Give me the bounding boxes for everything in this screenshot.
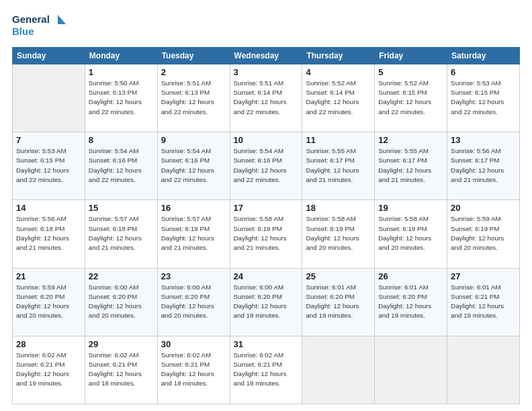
calendar-cell: 25Sunrise: 6:01 AMSunset: 6:20 PMDayligh… xyxy=(302,268,375,336)
day-number: 17 xyxy=(234,203,299,213)
day-info: Sunrise: 5:55 AMSunset: 6:17 PMDaylight:… xyxy=(306,146,371,185)
day-number: 26 xyxy=(378,271,443,281)
day-number: 31 xyxy=(234,339,299,349)
day-number: 28 xyxy=(16,339,81,349)
calendar-cell: 23Sunrise: 6:00 AMSunset: 6:20 PMDayligh… xyxy=(157,268,230,336)
day-number: 2 xyxy=(161,67,226,77)
day-number: 23 xyxy=(161,271,226,281)
day-number: 9 xyxy=(161,135,226,145)
calendar-cell: 27Sunrise: 6:01 AMSunset: 6:21 PMDayligh… xyxy=(447,268,520,336)
day-info: Sunrise: 5:59 AMSunset: 6:19 PMDaylight:… xyxy=(451,214,516,253)
calendar-cell xyxy=(13,64,85,132)
calendar-cell: 29Sunrise: 6:02 AMSunset: 6:21 PMDayligh… xyxy=(85,336,157,404)
day-info: Sunrise: 5:54 AMSunset: 6:16 PMDaylight:… xyxy=(89,146,154,185)
weekday-header-wednesday: Wednesday xyxy=(230,48,302,64)
day-number: 13 xyxy=(451,135,516,145)
calendar-cell: 5Sunrise: 5:52 AMSunset: 6:15 PMDaylight… xyxy=(375,64,447,132)
weekday-header-friday: Friday xyxy=(375,48,447,64)
page: General Blue SundayMondayTuesdayWednesda… xyxy=(0,0,532,411)
day-info: Sunrise: 5:57 AMSunset: 6:18 PMDaylight:… xyxy=(89,214,154,253)
day-info: Sunrise: 5:51 AMSunset: 6:14 PMDaylight:… xyxy=(234,79,299,117)
weekday-header-thursday: Thursday xyxy=(302,48,375,64)
weekday-header-saturday: Saturday xyxy=(447,48,520,64)
calendar-cell: 11Sunrise: 5:55 AMSunset: 6:17 PMDayligh… xyxy=(302,132,375,200)
day-info: Sunrise: 6:02 AMSunset: 6:21 PMDaylight:… xyxy=(16,351,81,389)
day-number: 27 xyxy=(451,271,516,281)
calendar-cell: 15Sunrise: 5:57 AMSunset: 6:18 PMDayligh… xyxy=(85,200,157,268)
weekday-header-row: SundayMondayTuesdayWednesdayThursdayFrid… xyxy=(13,48,520,64)
day-info: Sunrise: 6:02 AMSunset: 6:21 PMDaylight:… xyxy=(89,351,154,389)
calendar-cell: 30Sunrise: 6:02 AMSunset: 6:21 PMDayligh… xyxy=(157,336,230,404)
calendar-cell: 8Sunrise: 5:54 AMSunset: 6:16 PMDaylight… xyxy=(85,132,157,200)
day-info: Sunrise: 5:56 AMSunset: 6:18 PMDaylight:… xyxy=(16,214,81,253)
calendar-table: SundayMondayTuesdayWednesdayThursdayFrid… xyxy=(12,47,520,404)
day-number: 10 xyxy=(234,135,299,145)
day-number: 5 xyxy=(378,67,443,77)
calendar-cell xyxy=(302,336,375,404)
calendar-cell xyxy=(447,336,520,404)
calendar-cell: 26Sunrise: 6:01 AMSunset: 6:20 PMDayligh… xyxy=(375,268,447,336)
day-number: 22 xyxy=(89,271,154,281)
calendar-cell: 14Sunrise: 5:56 AMSunset: 6:18 PMDayligh… xyxy=(13,200,85,268)
day-number: 24 xyxy=(234,271,299,281)
svg-text:General: General xyxy=(12,13,50,25)
day-number: 25 xyxy=(306,271,371,281)
week-row-4: 28Sunrise: 6:02 AMSunset: 6:21 PMDayligh… xyxy=(13,336,520,404)
day-number: 21 xyxy=(16,271,81,281)
calendar-cell: 9Sunrise: 5:54 AMSunset: 6:16 PMDaylight… xyxy=(157,132,230,200)
day-info: Sunrise: 6:00 AMSunset: 6:20 PMDaylight:… xyxy=(89,283,154,321)
day-number: 11 xyxy=(306,135,371,145)
calendar-cell: 21Sunrise: 5:59 AMSunset: 6:20 PMDayligh… xyxy=(13,268,85,336)
svg-marker-2 xyxy=(58,15,66,24)
day-info: Sunrise: 5:58 AMSunset: 6:19 PMDaylight:… xyxy=(234,214,299,253)
day-info: Sunrise: 5:52 AMSunset: 6:14 PMDaylight:… xyxy=(306,79,371,117)
day-number: 14 xyxy=(16,203,81,213)
calendar-cell: 6Sunrise: 5:53 AMSunset: 6:15 PMDaylight… xyxy=(447,64,520,132)
day-number: 18 xyxy=(306,203,371,213)
calendar-cell: 13Sunrise: 5:56 AMSunset: 6:17 PMDayligh… xyxy=(447,132,520,200)
day-info: Sunrise: 5:51 AMSunset: 6:13 PMDaylight:… xyxy=(161,79,226,117)
day-number: 12 xyxy=(378,135,443,145)
day-number: 7 xyxy=(16,135,81,145)
calendar-cell: 12Sunrise: 5:55 AMSunset: 6:17 PMDayligh… xyxy=(375,132,447,200)
logo: General Blue xyxy=(12,12,66,40)
day-info: Sunrise: 5:52 AMSunset: 6:15 PMDaylight:… xyxy=(378,79,443,117)
day-info: Sunrise: 6:00 AMSunset: 6:20 PMDaylight:… xyxy=(234,283,299,321)
calendar-cell: 24Sunrise: 6:00 AMSunset: 6:20 PMDayligh… xyxy=(230,268,302,336)
day-info: Sunrise: 6:02 AMSunset: 6:21 PMDaylight:… xyxy=(234,351,299,389)
day-number: 1 xyxy=(89,67,154,77)
weekday-header-monday: Monday xyxy=(85,48,157,64)
day-info: Sunrise: 5:50 AMSunset: 6:13 PMDaylight:… xyxy=(89,79,154,117)
day-info: Sunrise: 5:53 AMSunset: 6:15 PMDaylight:… xyxy=(451,79,516,117)
day-info: Sunrise: 5:53 AMSunset: 6:15 PMDaylight:… xyxy=(16,146,81,185)
day-info: Sunrise: 5:58 AMSunset: 6:19 PMDaylight:… xyxy=(378,214,443,253)
calendar-cell: 3Sunrise: 5:51 AMSunset: 6:14 PMDaylight… xyxy=(230,64,302,132)
week-row-1: 7Sunrise: 5:53 AMSunset: 6:15 PMDaylight… xyxy=(13,132,520,200)
day-info: Sunrise: 6:01 AMSunset: 6:20 PMDaylight:… xyxy=(306,283,371,321)
day-info: Sunrise: 6:02 AMSunset: 6:21 PMDaylight:… xyxy=(161,351,226,389)
day-info: Sunrise: 5:59 AMSunset: 6:20 PMDaylight:… xyxy=(16,283,81,321)
calendar-cell: 1Sunrise: 5:50 AMSunset: 6:13 PMDaylight… xyxy=(85,64,157,132)
day-info: Sunrise: 5:54 AMSunset: 6:16 PMDaylight:… xyxy=(234,146,299,185)
day-number: 30 xyxy=(161,339,226,349)
day-info: Sunrise: 5:55 AMSunset: 6:17 PMDaylight:… xyxy=(378,146,443,185)
day-info: Sunrise: 5:58 AMSunset: 6:19 PMDaylight:… xyxy=(306,214,371,253)
header: General Blue xyxy=(12,12,520,40)
day-number: 3 xyxy=(234,67,299,77)
calendar-cell: 10Sunrise: 5:54 AMSunset: 6:16 PMDayligh… xyxy=(230,132,302,200)
calendar-cell: 17Sunrise: 5:58 AMSunset: 6:19 PMDayligh… xyxy=(230,200,302,268)
calendar-cell: 19Sunrise: 5:58 AMSunset: 6:19 PMDayligh… xyxy=(375,200,447,268)
day-number: 19 xyxy=(378,203,443,213)
svg-text:Blue: Blue xyxy=(12,26,34,37)
day-number: 29 xyxy=(89,339,154,349)
logo-svg: General Blue xyxy=(12,12,66,40)
day-info: Sunrise: 5:54 AMSunset: 6:16 PMDaylight:… xyxy=(161,146,226,185)
calendar-cell: 28Sunrise: 6:02 AMSunset: 6:21 PMDayligh… xyxy=(13,336,85,404)
day-info: Sunrise: 5:56 AMSunset: 6:17 PMDaylight:… xyxy=(451,146,516,185)
calendar-cell: 18Sunrise: 5:58 AMSunset: 6:19 PMDayligh… xyxy=(302,200,375,268)
day-number: 16 xyxy=(161,203,226,213)
weekday-header-sunday: Sunday xyxy=(13,48,85,64)
calendar-cell xyxy=(375,336,447,404)
day-number: 4 xyxy=(306,67,371,77)
day-number: 6 xyxy=(451,67,516,77)
